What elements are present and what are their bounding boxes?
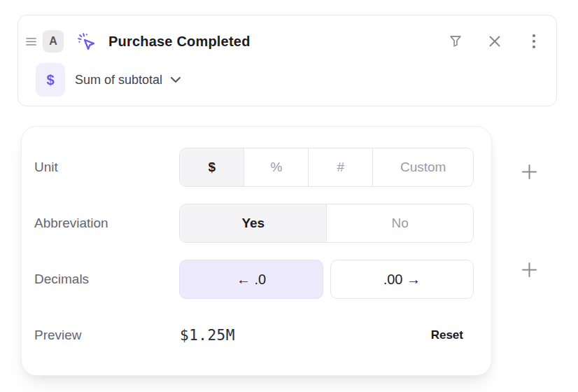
event-card: A Purchase Completed [17,15,557,106]
event-card-header: A Purchase Completed [24,26,542,57]
plus-icon [521,164,537,180]
decimals-row: Decimals ← .0 .00 → [34,260,474,299]
filter-button[interactable] [447,33,464,50]
metric-dollar-badge: $ [36,63,65,97]
unit-option-custom[interactable]: Custom [373,148,473,186]
funnel-icon [448,34,463,49]
event-letter-badge: A [43,30,64,52]
abbreviation-option-yes[interactable]: Yes [180,204,327,242]
decimals-label: Decimals [34,272,179,287]
kebab-menu-icon [532,34,536,49]
chevron-down-icon [170,76,181,83]
event-card-actions [447,33,542,50]
more-options-button[interactable] [526,33,542,50]
reset-button[interactable]: Reset [431,328,474,342]
unit-option-dollar[interactable]: $ [180,148,244,186]
preview-label: Preview [34,328,180,343]
abbreviation-row: Abbreviation Yes No [34,204,474,243]
unit-segmented-control: $ % # Custom [179,148,474,187]
add-item-button-top[interactable] [520,162,538,181]
preview-value: $1.25M [180,327,235,344]
close-button[interactable] [486,33,503,50]
drag-handle-icon [26,37,36,46]
cursor-click-icon [76,31,97,52]
metric-selector[interactable]: $ Sum of subtotal [36,63,542,97]
abbreviation-label: Abbreviation [34,216,179,231]
plus-icon [521,262,537,278]
increase-decimals-button[interactable]: .00 → [330,260,474,299]
unit-option-percent[interactable]: % [244,148,309,186]
decimals-controls: ← .0 .00 → [179,260,474,299]
close-icon [488,34,502,48]
unit-label: Unit [34,160,179,175]
abbreviation-option-no[interactable]: No [327,204,473,242]
event-title[interactable]: Purchase Completed [108,34,251,50]
preview-row: Preview $1.25M Reset [34,316,474,355]
abbreviation-segmented-control: Yes No [179,204,474,243]
unit-row: Unit $ % # Custom [34,148,474,187]
number-format-panel: Unit $ % # Custom Abbreviation Yes No De… [21,126,492,376]
unit-option-number[interactable]: # [309,148,373,186]
metric-label: Sum of subtotal [75,73,162,88]
drag-handle[interactable] [24,33,38,50]
add-item-button-bottom[interactable] [520,260,538,279]
decrease-decimals-button[interactable]: ← .0 [179,260,323,299]
